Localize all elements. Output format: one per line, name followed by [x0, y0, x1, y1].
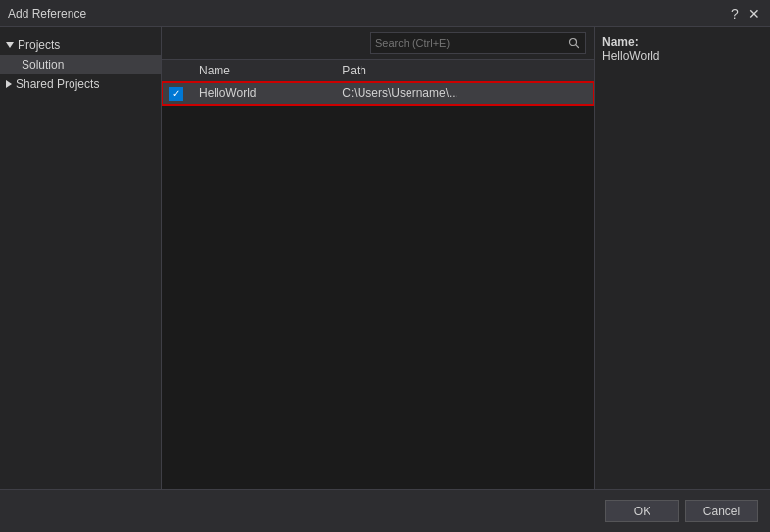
col-header-checkbox	[162, 60, 191, 82]
main-split: Name Path ✓ HelloWorld C:\Users\Username…	[162, 27, 770, 489]
close-button[interactable]: ✕	[746, 6, 762, 22]
dialog-body: Projects Solution Shared Projects	[0, 27, 770, 489]
sidebar-section-projects: Projects Solution Shared Projects	[0, 31, 161, 98]
search-input[interactable]	[371, 33, 563, 53]
sidebar-item-shared-projects[interactable]: Shared Projects	[0, 74, 161, 94]
help-button[interactable]: ?	[727, 6, 743, 22]
sidebar-item-solution-label: Solution	[22, 58, 64, 72]
sidebar-group-label: Projects	[18, 38, 60, 52]
title-bar: Add Reference ? ✕	[0, 0, 770, 27]
expand-icon	[6, 42, 14, 48]
right-panel: Name: HelloWorld	[594, 27, 770, 489]
center-panel: Name Path ✓ HelloWorld C:\Users\Username…	[162, 27, 594, 489]
cancel-button[interactable]: Cancel	[685, 500, 758, 522]
svg-line-1	[576, 45, 579, 48]
sidebar-group-projects[interactable]: Projects	[0, 35, 161, 55]
shared-projects-expand-icon	[6, 80, 12, 88]
row-checkbox-cell[interactable]: ✓	[162, 82, 191, 106]
right-panel-name-label: Name:	[602, 35, 639, 49]
checkbox-checked[interactable]: ✓	[169, 87, 183, 101]
sidebar-item-shared-projects-label: Shared Projects	[16, 77, 99, 91]
search-row	[162, 27, 594, 60]
sidebar-item-solution[interactable]: Solution	[0, 55, 161, 74]
title-bar-controls: ? ✕	[727, 6, 762, 22]
sidebar: Projects Solution Shared Projects	[0, 27, 162, 489]
row-path: C:\Users\Username\...	[334, 82, 594, 106]
table-header-row: Name Path	[162, 60, 594, 82]
row-name: HelloWorld	[191, 82, 334, 106]
table-container: Name Path ✓ HelloWorld C:\Users\Username…	[162, 60, 594, 489]
search-icon-button[interactable]	[563, 32, 585, 54]
right-panel-name-value: HelloWorld	[602, 49, 659, 63]
col-header-name[interactable]: Name	[191, 60, 334, 82]
ok-button[interactable]: OK	[605, 500, 679, 522]
table-row[interactable]: ✓ HelloWorld C:\Users\Username\...	[162, 82, 594, 106]
reference-table: Name Path ✓ HelloWorld C:\Users\Username…	[162, 60, 594, 106]
bottom-bar: OK Cancel	[0, 489, 770, 532]
search-wrapper[interactable]	[370, 32, 586, 54]
dialog-title: Add Reference	[8, 7, 86, 21]
col-header-path[interactable]: Path	[334, 60, 594, 82]
svg-point-0	[570, 39, 577, 46]
